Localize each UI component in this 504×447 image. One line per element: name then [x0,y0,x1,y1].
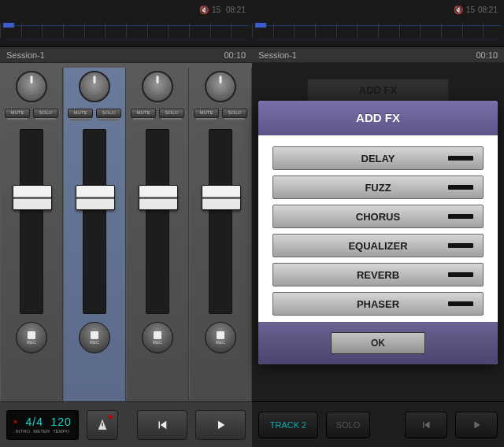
solo-button[interactable]: SOLO [326,412,370,438]
play-button[interactable] [455,412,498,438]
pan-knob[interactable] [79,71,110,102]
status-bar: 🔇1508:21 [252,0,504,20]
fx-option-phaser[interactable]: PHASER [272,292,484,316]
fx-option-chorus[interactable]: CHORUS [272,205,484,228]
dialog-title: ADD FX [258,101,498,135]
fx-options: DELAY FUZZ CHORUS EQUALIZER REVERB PHASE… [258,135,498,322]
add-fx-dialog: ADD FX DELAY FUZZ CHORUS EQUALIZER REVER… [258,101,498,364]
tempo-display[interactable]: • 4/4 120 INTROMETERTEMPO [6,410,79,440]
fx-option-reverb[interactable]: REVERB [272,263,484,286]
play-button[interactable] [195,410,246,440]
timeline[interactable] [0,20,252,47]
fx-option-equalizer[interactable]: EQUALIZER [272,234,484,257]
session-bar: Session-1 00:10 [0,47,252,63]
channel-2[interactable]: MUTE SOLO REC [63,68,126,401]
mute-button[interactable]: MUTE [131,109,156,118]
rewind-button[interactable] [405,412,447,438]
record-button[interactable]: REC [79,322,110,353]
fx-option-fuzz[interactable]: FUZZ [272,175,484,199]
channel-3[interactable]: MUTE SOLO REC [126,68,189,401]
mute-button[interactable]: MUTE [194,109,219,118]
timeline [252,20,504,47]
add-fx-screen: 🔇1508:21 Session-100:10 ADD FX ADD FX DE… [252,0,504,447]
mixer-screen: 🔇15 08:21 Session-1 00:10 MUTE SOLO REC … [0,0,252,447]
mute-button[interactable]: MUTE [5,109,30,118]
fader[interactable] [209,129,232,314]
transport-bar: • 4/4 120 INTROMETERTEMPO [0,401,252,447]
session-bar: Session-100:10 [252,47,504,63]
clock: 08:21 [226,6,246,14]
solo-button[interactable]: SOLO [33,109,58,118]
fx-option-delay[interactable]: DELAY [272,146,484,170]
ok-button[interactable]: OK [331,332,425,354]
solo-button[interactable]: SOLO [159,109,184,118]
record-button[interactable]: REC [142,322,173,353]
status-bar: 🔇15 08:21 [0,0,252,20]
pan-knob[interactable] [205,71,236,102]
status-icons: 🔇15 08:21 [196,6,246,14]
solo-button[interactable]: SOLO [96,109,121,118]
track-selector[interactable]: TRACK 2 [258,412,318,438]
pan-knob[interactable] [16,71,47,102]
metronome-mute-button[interactable] [87,410,118,440]
channel-4[interactable]: MUTE SOLO REC [189,68,252,401]
session-time: 00:10 [224,50,246,60]
record-button[interactable]: REC [205,322,236,353]
fader[interactable] [20,129,43,314]
timeline-region[interactable] [3,23,14,28]
mute-button[interactable]: MUTE [68,109,93,118]
session-name: Session-1 [6,50,45,60]
record-button[interactable]: REC [16,322,47,353]
fader[interactable] [146,129,169,314]
fader[interactable] [83,129,106,314]
mixer: MUTE SOLO REC MUTE SOLO REC MUTE SOLO RE… [0,63,252,401]
transport-bar: TRACK 2 SOLO [252,401,504,447]
pan-knob[interactable] [142,71,173,102]
rewind-button[interactable] [137,410,187,440]
channel-1[interactable]: MUTE SOLO REC [0,68,63,401]
solo-button[interactable]: SOLO [222,109,247,118]
